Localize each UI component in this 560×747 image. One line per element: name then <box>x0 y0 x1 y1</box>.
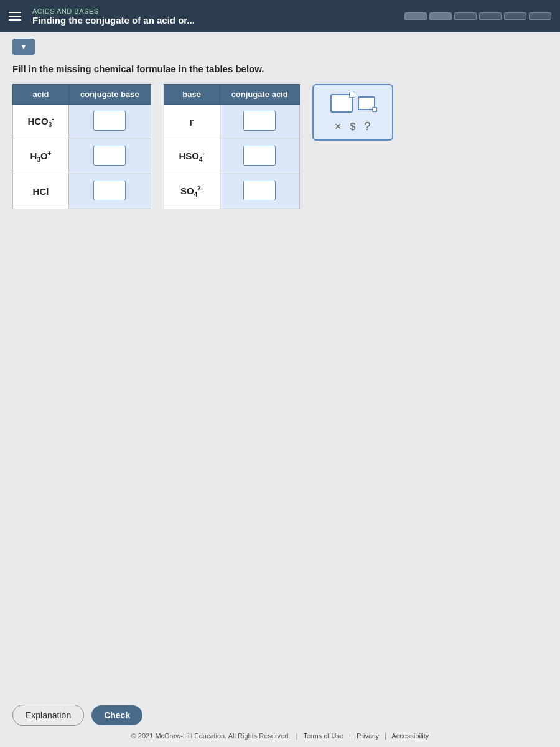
col-header-acid: acid <box>13 85 69 105</box>
input-box-4[interactable] <box>243 111 276 131</box>
conjugate-base-input-1[interactable] <box>69 105 151 139</box>
progress-seg-4 <box>479 12 502 20</box>
formula-i-minus: I- <box>189 117 194 128</box>
top-bar-text: ACIDS AND BASES Finding the conjugate of… <box>32 7 398 26</box>
chevron-down-icon: ▼ <box>20 42 27 51</box>
top-bar-title: Finding the conjugate of an acid or... <box>32 15 398 26</box>
footer-accessibility-link[interactable]: Accessibility <box>391 732 429 740</box>
exercise-area: acid conjugate base HCO3- <box>0 84 560 215</box>
base-cell-1: I- <box>164 105 220 139</box>
table-row: HCl <box>13 174 151 209</box>
footer-sep-2: | <box>349 732 351 740</box>
footer-terms-link[interactable]: Terms of Use <box>303 732 343 740</box>
main-content: ▼ Fill in the missing chemical formulae … <box>0 32 560 747</box>
dropdown-button[interactable]: ▼ <box>12 39 35 55</box>
conjugate-base-input-3[interactable] <box>69 174 151 209</box>
top-bar-subtitle: ACIDS AND BASES <box>32 7 398 15</box>
conjugate-base-input-2[interactable] <box>69 139 151 174</box>
superscript-indicator <box>349 92 355 98</box>
progress-area <box>404 12 551 20</box>
progress-seg-1 <box>404 12 427 20</box>
check-button[interactable]: Check <box>91 705 142 725</box>
hamburger-icon[interactable] <box>9 12 21 21</box>
formula-hcl: HCl <box>33 186 49 197</box>
input-box-6[interactable] <box>243 181 276 200</box>
close-icon[interactable]: × <box>335 120 342 133</box>
explanation-button[interactable]: Explanation <box>12 705 84 726</box>
formula-h3o: H3O+ <box>30 151 52 161</box>
formula-hso4: HSO4- <box>179 151 204 161</box>
dollar-icon[interactable]: $ <box>350 121 355 133</box>
base-cell-3: SO42- <box>164 174 220 209</box>
footer-text: © 2021 McGraw-Hill Education. All Rights… <box>12 732 548 740</box>
progress-seg-2 <box>429 12 452 20</box>
table-row: HSO4- <box>164 139 299 174</box>
bottom-bar: Explanation Check © 2021 McGraw-Hill Edu… <box>0 693 560 747</box>
table-row: SO42- <box>164 174 299 209</box>
acid-cell-2: H3O+ <box>13 139 69 174</box>
progress-seg-3 <box>454 12 477 20</box>
answer-panel: × $ ? <box>312 84 393 141</box>
footer-sep-3: | <box>385 732 386 740</box>
acid-cell-1: HCO3- <box>13 105 69 139</box>
answer-panel-icons <box>330 94 375 113</box>
base-table: base conjugate acid I- <box>164 84 300 209</box>
top-bar: ACIDS AND BASES Finding the conjugate of… <box>0 0 560 32</box>
superscript-icon-box[interactable] <box>330 94 353 113</box>
subscript-indicator <box>372 107 377 112</box>
formula-hco3: HCO3- <box>27 116 54 126</box>
question-icon[interactable]: ? <box>364 120 370 133</box>
footer-privacy-link[interactable]: Privacy <box>357 732 379 740</box>
conjugate-acid-input-3[interactable] <box>220 174 299 209</box>
input-box-5[interactable] <box>243 146 276 166</box>
base-cell-2: HSO4- <box>164 139 220 174</box>
instruction-text: Fill in the missing chemical formulae in… <box>0 57 560 84</box>
col-header-conjugate-acid: conjugate acid <box>220 85 299 105</box>
answer-panel-actions: × $ ? <box>335 120 370 133</box>
col-header-conjugate-base: conjugate base <box>69 85 151 105</box>
conjugate-acid-input-2[interactable] <box>220 139 299 174</box>
footer-sep-1: | <box>296 732 297 740</box>
footer-copyright: © 2021 McGraw-Hill Education. All Rights… <box>131 732 291 740</box>
progress-seg-6 <box>529 12 551 20</box>
input-box-3[interactable] <box>93 181 126 200</box>
table-row: I- <box>164 105 299 139</box>
acid-table: acid conjugate base HCO3- <box>12 84 151 209</box>
table-row: HCO3- <box>13 105 151 139</box>
dropdown-row: ▼ <box>0 32 560 57</box>
input-box-1[interactable] <box>93 111 126 131</box>
bottom-buttons: Explanation Check <box>12 705 548 726</box>
col-header-base: base <box>164 85 220 105</box>
empty-area <box>0 215 560 693</box>
acid-cell-3: HCl <box>13 174 69 209</box>
formula-so4: SO42- <box>180 186 203 196</box>
table-row: H3O+ <box>13 139 151 174</box>
conjugate-acid-input-1[interactable] <box>220 105 299 139</box>
subscript-icon-box[interactable] <box>358 96 375 110</box>
progress-seg-5 <box>504 12 526 20</box>
input-box-2[interactable] <box>93 146 126 166</box>
